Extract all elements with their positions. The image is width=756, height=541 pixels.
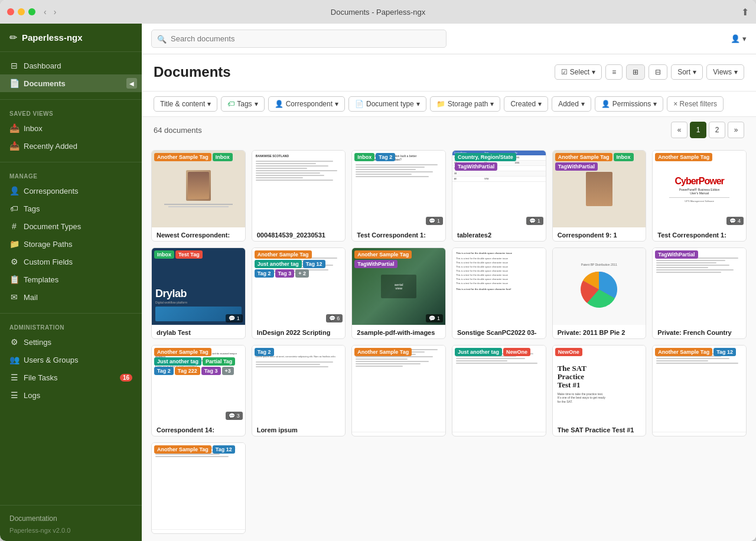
doc-tag: TagWithPartial [455,162,497,171]
download-button[interactable]: ⬇ [522,435,535,436]
list-item[interactable]: aerialview Another Sample Tag TagWithPar… [351,247,446,339]
back-button[interactable]: ‹ [41,6,49,18]
list-item[interactable]: Drylab Digital workflow platform Inbox T… [151,247,246,339]
document-count: 64 documents [154,126,202,135]
pagination-prev[interactable]: « [671,122,687,138]
sidebar-item-templates[interactable]: 📋 Templates [0,270,142,288]
correspondent-filter[interactable]: 👤 Correspondent ▾ [268,96,345,112]
list-item[interactable]: Country/Region State Zip US CA 90001 [452,150,546,242]
select-button[interactable]: ☑ Select ▾ [555,64,602,80]
title-content-filter[interactable]: Title & content ▾ [154,96,217,112]
list-item[interactable]: Another Sample Tag Inbox TagWithPartial … [552,150,647,242]
documentation-link[interactable]: Documentation [9,513,132,524]
sidebar-item-mail[interactable]: ✉ Mail [0,288,142,306]
sidebar-item-dashboard[interactable]: ⊟ Dashboard [0,57,142,74]
sidebar-item-users-groups[interactable]: 👥 Users & Groups [0,351,142,369]
sidebar-item-tags[interactable]: 🏷 Tags [0,200,142,217]
download-button[interactable]: ⬇ [421,435,434,436]
doc-info [152,520,245,529]
view-button[interactable]: 👁 [692,435,706,436]
doc-tags: Another Sample Tag Tag 12 [655,348,744,356]
sidebar-item-inbox[interactable]: 📥 Inbox [0,119,142,137]
doc-thumbnail: Has the new Klangpro generation built a … [352,151,445,227]
sidebar-item-logs[interactable]: ☰ Logs [0,386,142,404]
doc-info: tablerates2 📅 Dec 11, 2022 [452,227,546,242]
download-button[interactable]: ⬇ [221,532,234,534]
list-item[interactable]: Another Sample Tag Inbox Newest Correspo… [151,150,246,242]
sidebar-item-custom-fields[interactable]: ⚙ Custom Fields [0,253,142,270]
search-box: 🔍 [151,30,447,48]
sidebar-item-settings[interactable]: ⚙ Settings [0,333,142,351]
list-item[interactable]: Contact Demo: Just another tag NewOne [452,345,546,436]
sort-button[interactable]: Sort ▾ [671,64,703,80]
list-view-button[interactable]: ≡ [605,64,623,80]
edit-button[interactable]: ✏ [664,435,677,436]
doc-info: Private: 2011 BP Pie 2 📅 Mar 15, 2022 [553,325,646,339]
search-input[interactable] [151,30,447,48]
edit-button[interactable]: ✏ [163,532,176,534]
view-button[interactable]: 👁 [191,532,206,534]
forward-button[interactable]: › [51,6,59,18]
list-item[interactable]: Patent BP Distribution 2011 Private: 2 [552,247,647,339]
pagination-page-2[interactable]: 2 [709,122,725,138]
views-button[interactable]: Views ▾ [706,64,744,80]
documents-icon: 📄 [9,79,19,88]
doc-title: 2sample-pdf-with-images [357,328,441,337]
pagination-next[interactable]: » [728,122,744,138]
detail-view-button[interactable]: ⊟ [649,64,667,80]
doc-title: Lorem ipsum [257,426,341,434]
view-button[interactable]: 👁 [392,435,406,436]
list-item[interactable]: Lorem ipsum dolor sit amet, consectetur … [151,442,246,534]
added-filter[interactable]: Added ▾ [552,96,591,112]
share-button[interactable]: ⬆ [741,6,749,18]
reset-filters-button[interactable]: × Reset filters [667,96,724,112]
edit-button[interactable]: ✏ [464,435,477,436]
doc-title: Correspondent 14: Review-of-New-York-Fed… [157,426,240,436]
download-button[interactable]: ⬇ [722,435,735,436]
doc-tag: NewOne [555,348,582,356]
user-icon: 👤 [731,34,740,43]
created-filter-label: Created [510,100,536,108]
storage-path-filter[interactable]: 📁 Storage path ▾ [430,96,501,112]
list-item[interactable]: InDesign Scripting Documentation Another… [252,247,346,339]
document-type-filter[interactable]: 📄 Document type ▾ [348,96,426,112]
created-filter[interactable]: Created ▾ [504,96,548,112]
sidebar-divider [0,99,142,100]
doc-actions: ✏ 👁 ⬇ [152,529,245,534]
permissions-filter[interactable]: 👤 Permissions ▾ [595,96,663,112]
doc-tags: Just another tag NewOne [455,348,543,356]
doc-thumb-content: Lorem ipsum dolor sit amet, consectetur … [152,443,245,520]
sidebar-item-recently-added[interactable]: 📥 Recently Added [0,137,142,155]
sidebar-item-file-tasks[interactable]: ☰ File Tasks 16 [0,369,142,386]
sidebar-divider-2 [0,162,142,162]
list-item[interactable]: This is a test Another Sample Tag Tag 12 [652,345,747,436]
grid-view-button[interactable]: ⊞ [626,64,645,80]
list-item[interactable]: Has the new Klangpro generation built a … [351,150,446,242]
sidebar-item-correspondents[interactable]: 👤 Correspondents [0,182,142,200]
list-item[interactable]: Lorem ipsum Lorem ipsum dolor sit amet, … [252,345,346,436]
list-item[interactable]: Review of New York Federal Petitions Lor… [151,345,246,436]
tags-filter[interactable]: 🏷 Tags ▾ [221,96,264,112]
pagination-page-1[interactable]: 1 [690,122,706,138]
list-item[interactable]: CyberPower PowerPanel® Business EditionU… [652,150,747,242]
sidebar-item-storage-paths[interactable]: 📁 Storage Paths [0,235,142,253]
doc-info: InDesign 2022 Scripting Read Me 📄 Invoic… [252,325,346,339]
close-button[interactable] [7,8,14,15]
list-item[interactable]: This is a test for the double space char… [452,247,546,339]
list-item[interactable]: Review of Artisanal of Artists TagWithPa… [652,247,747,339]
sidebar-item-document-types[interactable]: # Document Types [0,217,142,235]
sidebar-item-documents[interactable]: 📄 Documents ◀ [0,74,142,92]
minimize-button[interactable] [18,8,25,15]
maximize-button[interactable] [28,8,35,15]
list-item[interactable]: BANKWISE SCOTLAND [252,150,346,242]
doc-info: Test Correspondent 1: UM_PPBE_en_v29 📄 I… [653,227,746,242]
edit-button[interactable]: ✏ [363,435,376,436]
recently-added-icon: 📥 [9,141,19,151]
title-filter-label: Title & content [160,100,205,108]
sidebar-collapse-button[interactable]: ◀ [126,78,137,89]
doc-actions: ✏ 👁 ⬇ [352,432,445,436]
user-menu-button[interactable]: 👤 ▾ [731,34,747,43]
list-item[interactable]: Another Sample Tag ✏ 👁 ⬇ [351,345,446,436]
list-item[interactable]: The SATPracticeTest #1 Make time to take… [552,345,647,436]
view-button[interactable]: 👁 [492,435,506,436]
